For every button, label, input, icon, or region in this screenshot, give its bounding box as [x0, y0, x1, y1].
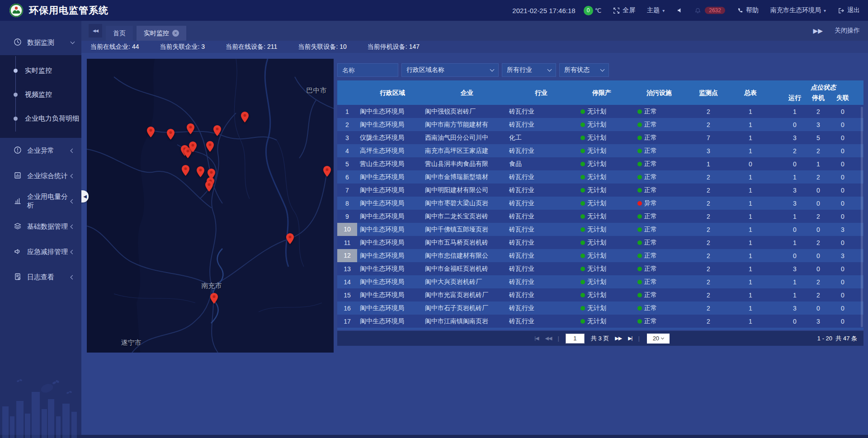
status-dot-icon: [637, 319, 642, 324]
name-search-input[interactable]: [337, 63, 398, 77]
sidebar-item-2[interactable]: 企业综合统计: [0, 163, 81, 188]
status-dot-icon: [580, 319, 585, 324]
map-pin-icon[interactable]: [167, 129, 175, 140]
next-page-button[interactable]: ▶▶: [615, 335, 622, 341]
stat-item: 当前失联企业:3: [160, 43, 205, 51]
table-row[interactable]: 15阆中生态环境局阆中市光富页岩机砖厂砖瓦行业无计划正常21120: [337, 288, 863, 301]
status-dot-icon: [580, 136, 585, 140]
table-row[interactable]: 2阆中生态环境局阆中市南方节能建材有砖瓦行业无计划正常21030: [337, 118, 863, 131]
speaker-button[interactable]: [676, 7, 683, 14]
city-label: 遂宁市: [121, 339, 142, 347]
stat-item: 当前停机设备:147: [368, 43, 420, 51]
bullet-dot-icon: [14, 69, 18, 73]
sidebar-subitem[interactable]: 企业电力负荷明细: [0, 107, 81, 131]
status-select[interactable]: 所有状态: [559, 63, 609, 77]
status-dot-icon: [580, 214, 585, 219]
table-row[interactable]: 9阆中生态环境局阆中市二龙长宝页岩砖砖瓦行业无计划正常21120: [337, 210, 863, 223]
table-row[interactable]: 14阆中生态环境局阆中大兴页岩机砖厂砖瓦行业无计划正常21120: [337, 275, 863, 288]
table-row[interactable]: 16阆中生态环境局阆中市石子页岩机砖厂砖瓦行业无计划正常21300: [337, 301, 863, 315]
map-pin-icon[interactable]: [286, 233, 294, 244]
stats-icon: [14, 171, 23, 180]
page-number-input[interactable]: [566, 334, 585, 344]
fullscreen-button[interactable]: 全屏: [613, 6, 635, 14]
map-pin-icon[interactable]: [206, 141, 214, 152]
table-row[interactable]: 17阆中生态环境局阆中市江南镇阆南页岩砖瓦行业无计划正常21030: [337, 315, 863, 328]
total-pages-label: 共 3 页: [591, 334, 609, 343]
chevron-down-icon: [547, 67, 552, 72]
table-row[interactable]: 13阆中生态环境局阆中市金福旺页岩机砖砖瓦行业无计划正常21300: [337, 262, 863, 275]
help-button[interactable]: 帮助: [737, 6, 759, 14]
close-operations-button[interactable]: 关闭操作: [835, 27, 860, 35]
status-dot-icon: [580, 306, 585, 311]
logout-icon: [838, 7, 844, 14]
status-dot-icon: [637, 280, 642, 284]
sidebar-item-6[interactable]: 日志查看: [0, 264, 81, 290]
tab-scroll-left-button[interactable]: ◀◀: [89, 24, 102, 38]
map-pin-icon[interactable]: [241, 112, 249, 122]
table-scrollbar[interactable]: [861, 107, 863, 327]
table-row[interactable]: 7阆中生态环境局阆中明阳建材有限公司砖瓦行业无计划正常21300: [337, 184, 863, 197]
chevron-left-icon: [71, 224, 75, 229]
industry-select[interactable]: 所有行业: [502, 63, 556, 77]
filter-bar: 行政区域名称 所有行业 所有状态: [337, 63, 863, 77]
map-pin-icon[interactable]: [213, 125, 221, 136]
chevron-left-icon: ◀: [83, 194, 87, 199]
double-chevron-right-icon: ▶▶: [813, 27, 823, 34]
city-label: 南充市: [202, 282, 222, 290]
logout-button[interactable]: 退出: [838, 6, 860, 14]
table-row[interactable]: 4高坪生态环境局南充市高坪区王家店建砖瓦行业无计划正常31220: [337, 144, 863, 157]
table-row[interactable]: 8阆中生态环境局阆中市枣碧大梁山页岩砖瓦行业无计划异常21300: [337, 197, 863, 210]
table-row[interactable]: 3仪陇生态环境局西南油气田分公司川中化工无计划正常71350: [337, 131, 863, 144]
sidebar-item-3[interactable]: 企业用电量分析: [0, 188, 81, 214]
page-size-select[interactable]: 20: [647, 334, 670, 344]
col-treat: 治污设施: [630, 80, 688, 105]
status-dot-icon: [580, 240, 585, 245]
sidebar-item-0[interactable]: 数据监测: [0, 30, 81, 55]
status-dot-icon: [637, 293, 642, 297]
notifications[interactable]: 2632: [694, 7, 725, 14]
fullscreen-icon: [613, 7, 620, 14]
status-dot-icon: [580, 201, 585, 206]
close-icon[interactable]: ×: [172, 30, 179, 37]
city-label: 巴中市: [307, 86, 327, 95]
org-menu[interactable]: 南充市生态环境局 ▾: [770, 6, 826, 14]
map-pin-icon[interactable]: [197, 166, 204, 177]
map-pin-icon[interactable]: [210, 293, 218, 304]
map-pin-icon[interactable]: [205, 181, 213, 192]
enterprise-table: 行政区域 企业 行业 停限产 治污设施 监测点 总表 点位状态 运行 停机: [337, 80, 863, 330]
map-pin-icon[interactable]: [189, 141, 197, 152]
stats-bar: 当前在线企业:44当前失联企业:3当前在线设备:211当前失联设备:10当前停机…: [81, 41, 868, 53]
status-dot-icon: [637, 306, 642, 311]
map-pin-icon[interactable]: [323, 166, 331, 177]
sidebar-item-5[interactable]: 应急减排管理: [0, 239, 81, 264]
map-pin-icon[interactable]: [182, 165, 189, 176]
sidebar-subitem[interactable]: 视频监控: [0, 83, 81, 107]
tab-scroll-right-button[interactable]: ▶▶: [813, 27, 823, 34]
table-row[interactable]: 11阆中生态环境局阆中市五马桥页岩机砖砖瓦行业无计划正常21120: [337, 236, 863, 249]
table-row[interactable]: 10阆中生态环境局阆中千佛镇五郎垭页岩砖瓦行业无计划正常21003: [337, 223, 863, 236]
tab-首页[interactable]: 首页: [106, 26, 133, 41]
theme-menu[interactable]: 主题 ▾: [647, 6, 665, 14]
status-dot-icon: [580, 280, 585, 284]
last-page-button[interactable]: ▶|: [628, 335, 632, 341]
map-pin-icon[interactable]: [187, 123, 194, 134]
table-row[interactable]: 1阆中生态环境局阆中强锐页岩砖厂砖瓦行业无计划正常21120: [337, 105, 863, 118]
pagination-bar: |◀ ◀◀ | 共 3 页 ▶▶ ▶| | 20 1 - 20 共 47 条: [337, 331, 863, 346]
table-row[interactable]: 6阆中生态环境局阆中市金博瑞新型墙材砖瓦行业无计划正常21120: [337, 170, 863, 184]
table-row[interactable]: 12阆中生态环境局阆中市忠信建材有限公砖瓦行业无计划正常21003: [337, 249, 863, 262]
first-page-button[interactable]: |◀: [534, 335, 538, 341]
col-limit: 停限产: [573, 80, 630, 105]
sidebar-item-4[interactable]: 基础数据管理: [0, 214, 81, 239]
map-pin-icon[interactable]: [147, 127, 155, 137]
sidebar-item-1[interactable]: 企业异常: [0, 138, 81, 163]
table-row[interactable]: 5营山生态环境局营山县润丰肉食品有限食品无计划正常10010: [337, 157, 863, 170]
status-dot-icon: [580, 109, 585, 114]
table-row[interactable]: 18南部生态环境局南部县升钟湖建材有限砖瓦行业无计划正常21120: [337, 328, 863, 330]
prev-page-button[interactable]: ◀◀: [545, 335, 552, 341]
map-panel[interactable]: 巴中市南充市遂宁市: [87, 59, 334, 353]
sidebar-subitem[interactable]: 实时监控: [0, 59, 81, 83]
status-dot-icon: [637, 122, 642, 127]
tab-实时监控[interactable]: 实时监控×: [137, 26, 186, 41]
status-dot-icon: [580, 149, 585, 153]
region-select[interactable]: 行政区域名称: [401, 63, 499, 77]
